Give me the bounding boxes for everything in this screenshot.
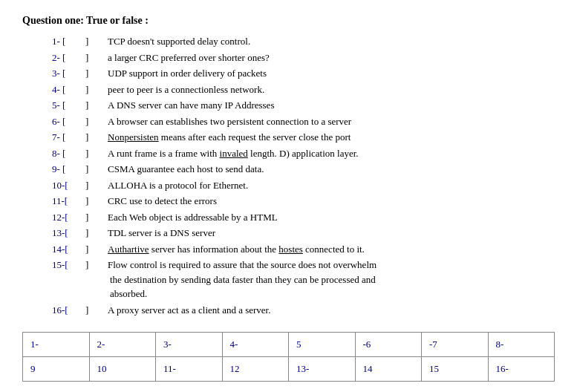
- q-num: 12-[: [52, 210, 85, 225]
- q-bracket: ]: [85, 194, 108, 209]
- q-num: 11-[: [52, 194, 85, 209]
- q-text: a larger CRC preferred over shorter ones…: [108, 50, 555, 65]
- page-container: Question one: True or false : 1- [ ] TCP…: [22, 15, 555, 382]
- q-num: 8- [: [52, 146, 85, 161]
- table-cell: 3-: [156, 333, 223, 357]
- list-item: 12-[ ] Each Web object is addressable by…: [52, 210, 555, 225]
- q-bracket: ]: [85, 130, 108, 145]
- question-title: Question one: True or false :: [22, 15, 555, 27]
- table-cell: 5: [289, 333, 356, 357]
- table-row-1: 1- 2- 3- 4- 5 -6 -7 8-: [23, 333, 555, 357]
- list-item: 15-[ ] Flow control is required to assur…: [52, 258, 555, 301]
- q-num: 4- [: [52, 82, 85, 97]
- q-text: Each Web object is addressable by a HTML: [108, 210, 555, 225]
- list-item: 16-[ ] A proxy server act as a client an…: [52, 303, 555, 318]
- q-continuation-2: absorbed.: [110, 287, 147, 301]
- q-text: A runt frame is a frame with invaled len…: [108, 146, 555, 161]
- table-cell: 14: [355, 357, 422, 382]
- q-bracket: ]: [85, 66, 108, 81]
- table-cell: 4-: [222, 333, 289, 357]
- table-cell: 12: [222, 357, 289, 382]
- q-bracket: ]: [85, 98, 108, 113]
- table-cell: 10: [89, 357, 156, 382]
- q-text: TDL server is a DNS server: [108, 226, 555, 241]
- q-text: ALLOHA is a protocol for Ethernet.: [108, 178, 555, 193]
- q-bracket: ]: [85, 226, 108, 241]
- q-num: 5- [: [52, 98, 85, 113]
- q-bracket: ]: [85, 82, 108, 97]
- table-cell: 16-: [488, 357, 555, 382]
- q-text: Nonpersisten means after each request th…: [108, 130, 555, 145]
- q-num: 7- [: [52, 130, 85, 145]
- table-cell: -6: [355, 333, 422, 357]
- q-text: A browser can establishes two persistent…: [108, 114, 555, 129]
- answer-table: 1- 2- 3- 4- 5 -6 -7 8- 9 10 11- 12 13- 1…: [22, 332, 555, 382]
- list-item: 2- [ ] a larger CRC preferred over short…: [52, 50, 555, 65]
- table-cell: 8-: [488, 333, 555, 357]
- q-bracket: ]: [85, 242, 108, 257]
- list-item: 5- [ ] A DNS server can have many IP Add…: [52, 98, 555, 113]
- list-item: 8- [ ] A runt frame is a frame with inva…: [52, 146, 555, 161]
- table-cell: 2-: [89, 333, 156, 357]
- list-item: 3- [ ] UDP support in order delivery of …: [52, 66, 555, 81]
- q-num: 9- [: [52, 162, 85, 177]
- q-num: 6- [: [52, 114, 85, 129]
- table-cell: 11-: [156, 357, 223, 382]
- q-bracket: ]: [85, 34, 108, 49]
- q-bracket: ]: [85, 210, 108, 225]
- q-num: 16-[: [52, 303, 85, 318]
- q-num: 15-[: [52, 258, 85, 272]
- q-bracket: ]: [85, 146, 108, 161]
- q-text: Flow control is required to assure that …: [108, 258, 376, 272]
- q-bracket: ]: [85, 258, 108, 272]
- table-cell: 13-: [289, 357, 356, 382]
- q-num: 3- [: [52, 66, 85, 81]
- list-item: 9- [ ] CSMA guarantee each host to send …: [52, 162, 555, 177]
- q-text: A DNS server can have many IP Addresses: [108, 98, 555, 113]
- q-bracket: ]: [85, 162, 108, 177]
- q-bracket: ]: [85, 178, 108, 193]
- q-text: UDP support in order delivery of packets: [108, 66, 555, 81]
- list-item: 4- [ ] peer to peer is a connectionless …: [52, 82, 555, 97]
- list-item: 10-[ ] ALLOHA is a protocol for Ethernet…: [52, 178, 555, 193]
- q-first-line: 15-[ ] Flow control is required to assur…: [52, 258, 376, 272]
- q-num: 14-[: [52, 242, 85, 257]
- table-cell: 1-: [23, 333, 90, 357]
- table-cell: -7: [422, 333, 489, 357]
- table-row-2: 9 10 11- 12 13- 14 15 16-: [23, 357, 555, 382]
- q-bracket: ]: [85, 114, 108, 129]
- q-text: Authartive server has information about …: [108, 242, 555, 257]
- q-text: CRC use to detect the errors: [108, 194, 555, 209]
- list-item: 11-[ ] CRC use to detect the errors: [52, 194, 555, 209]
- q-num: 2- [: [52, 50, 85, 65]
- list-item: 7- [ ] Nonpersisten means after each req…: [52, 130, 555, 145]
- list-item: 1- [ ] TCP doesn't supported delay contr…: [52, 34, 555, 49]
- q-bracket: ]: [85, 50, 108, 65]
- list-item: 14-[ ] Authartive server has information…: [52, 242, 555, 257]
- q-continuation: the destination by sending data faster t…: [110, 272, 376, 287]
- list-item: 6- [ ] A browser can establishes two per…: [52, 114, 555, 129]
- q-text: A proxy server act as a client and a ser…: [108, 303, 555, 318]
- q-text: CSMA guarantee each host to send data.: [108, 162, 555, 177]
- q-text: TCP doesn't supported delay control.: [108, 34, 555, 49]
- q-num: 1- [: [52, 34, 85, 49]
- q-num: 10-[: [52, 178, 85, 193]
- table-cell: 15: [422, 357, 489, 382]
- table-cell: 9: [23, 357, 90, 382]
- list-item: 13-[ ] TDL server is a DNS server: [52, 226, 555, 241]
- questions-list: 1- [ ] TCP doesn't supported delay contr…: [52, 34, 555, 317]
- q-text: peer to peer is a connectionless network…: [108, 82, 555, 97]
- q-bracket: ]: [85, 303, 108, 318]
- q-num: 13-[: [52, 226, 85, 241]
